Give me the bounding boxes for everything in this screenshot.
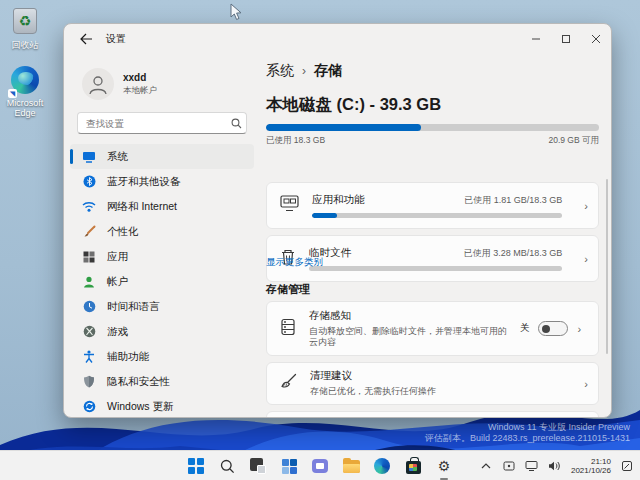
desktop-icon-edge[interactable]: ◥ Microsoft Edge [2,66,48,118]
brush-icon [82,225,96,239]
sidebar-item-system[interactable]: 系统 [70,144,254,169]
chevron-right-icon: › [576,323,582,335]
store-icon[interactable] [404,457,422,475]
breadcrumb-separator: › [302,64,306,78]
sidebar-item-label: Windows 更新 [107,400,174,414]
toggle-state-label: 关 [520,322,530,335]
display-icon [82,150,96,164]
storage-sense-icon [280,318,296,340]
volume-icon[interactable] [548,459,562,473]
breadcrumb-leaf: 存储 [314,62,342,80]
update-icon [82,400,96,414]
sidebar-item-label: 蓝牙和其他设备 [107,175,181,189]
disk-usage-bar [266,124,599,131]
card-usage-value: 已使用 1.81 GB/18.3 GB [464,194,562,207]
notifications-icon[interactable] [620,459,634,473]
sidebar-item-windows-update[interactable]: Windows 更新 [70,394,254,418]
card-usage-bar [312,213,562,218]
sidebar-item-label: 隐私和安全性 [107,375,170,389]
cleanup-recommendations-card[interactable]: 清理建议 存储已优化，无需执行任何操作 › [266,362,599,405]
user-profile[interactable]: xxdd 本地帐户 [82,68,157,100]
title-bar[interactable]: 设置 [64,24,611,54]
clock-date: 2021/10/26 [571,466,611,476]
user-name: xxdd [123,72,157,83]
avatar [82,68,114,100]
storage-sense-toggle[interactable] [538,321,568,336]
tray-chevron-up-icon[interactable] [479,459,493,473]
chat-icon[interactable] [311,457,329,475]
network-icon[interactable] [525,459,539,473]
settings-search[interactable] [77,112,247,134]
settings-sidebar: xxdd 本地帐户 系统 蓝牙和其他设备 网络和 Internet [64,54,260,417]
advanced-storage-card[interactable]: 高级存储设置 › [266,411,599,418]
back-button[interactable] [78,32,94,46]
taskbar-clock[interactable]: 21:10 2021/10/26 [571,457,611,476]
chevron-right-icon: › [575,200,588,212]
sidebar-item-label: 辅助功能 [107,350,149,364]
minimize-button[interactable] [521,24,551,54]
widgets-icon[interactable] [280,457,298,475]
start-button[interactable] [187,457,205,475]
edge-taskbar-icon[interactable] [373,457,391,475]
edge-icon: ◥ [10,66,40,96]
sidebar-item-time-language[interactable]: 时间和语言 [70,294,254,319]
mouse-cursor [230,3,244,25]
window-title: 设置 [106,32,126,46]
settings-taskbar-icon[interactable]: ⚙ [435,457,453,475]
show-more-categories-link[interactable]: 显示更多类别 [266,256,323,269]
desktop-icon-label: 回收站 [2,40,48,50]
disk-title: 本地磁盘 (C:) - 39.3 GB [266,94,441,116]
close-button[interactable] [581,24,611,54]
sidebar-item-label: 游戏 [107,325,128,339]
maximize-button[interactable] [551,24,581,54]
system-tray: 21:10 2021/10/26 [479,451,634,480]
shortcut-arrow-icon: ◥ [8,89,17,98]
monitor-apps-icon [280,195,299,216]
apps-icon [82,250,96,264]
breadcrumb-root[interactable]: 系统 [266,62,294,80]
clock-icon [82,300,96,314]
search-icon [226,118,246,129]
disk-usage-fill [266,124,421,131]
taskbar-search-icon[interactable] [218,457,236,475]
sidebar-item-accessibility[interactable]: 辅助功能 [70,344,254,369]
desktop-icon-recycle-bin[interactable]: ♻ 回收站 [2,6,48,50]
scrollbar[interactable] [606,179,608,354]
sidebar-item-label: 个性化 [107,225,139,239]
storage-sense-card[interactable]: 存储感知 自动释放空间、删除临时文件，并管理本地可用的云内容 关 › [266,301,599,356]
apps-features-card[interactable]: 应用和功能 已使用 1.81 GB/18.3 GB › [266,182,599,229]
card-subtitle: 自动释放空间、删除临时文件，并管理本地可用的云内容 [309,326,507,349]
chevron-right-icon: › [575,253,588,265]
disk-used-label: 已使用 18.3 GB [266,135,325,147]
bluetooth-icon [82,175,96,189]
card-subtitle: 存储已优化，无需执行任何操作 [310,386,562,398]
shield-icon [82,375,96,389]
sidebar-item-label: 网络和 Internet [107,200,177,214]
breadcrumb: 系统 › 存储 [266,62,342,80]
sidebar-item-label: 时间和语言 [107,300,160,314]
file-explorer-icon[interactable] [342,457,360,475]
person-icon [82,275,96,289]
disk-free-label: 20.9 GB 可用 [548,135,599,147]
search-input[interactable] [78,118,226,129]
ime-icon[interactable] [502,459,516,473]
sidebar-item-gaming[interactable]: 游戏 [70,319,254,344]
task-view-icon[interactable] [249,457,267,475]
sidebar-item-network[interactable]: 网络和 Internet [70,194,254,219]
sidebar-item-label: 应用 [107,250,128,264]
sidebar-item-accounts[interactable]: 帐户 [70,269,254,294]
clock-time: 21:10 [571,457,611,467]
sidebar-nav-list: 系统 蓝牙和其他设备 网络和 Internet 个性化 应用 帐户 [70,144,254,418]
sidebar-item-label: 帐户 [107,275,128,289]
sidebar-item-apps[interactable]: 应用 [70,244,254,269]
broom-icon [280,373,297,394]
sidebar-item-bluetooth[interactable]: 蓝牙和其他设备 [70,169,254,194]
chevron-right-icon: › [575,378,588,390]
taskbar: ⚙ 21:10 2021/10/26 [0,450,640,480]
desktop-icon-label: Microsoft Edge [2,98,48,118]
recycle-bin-icon: ♻ [10,8,40,38]
sidebar-item-personalization[interactable]: 个性化 [70,219,254,244]
xbox-icon [82,325,96,339]
sidebar-item-privacy[interactable]: 隐私和安全性 [70,369,254,394]
storage-management-heading: 存储管理 [266,282,310,297]
